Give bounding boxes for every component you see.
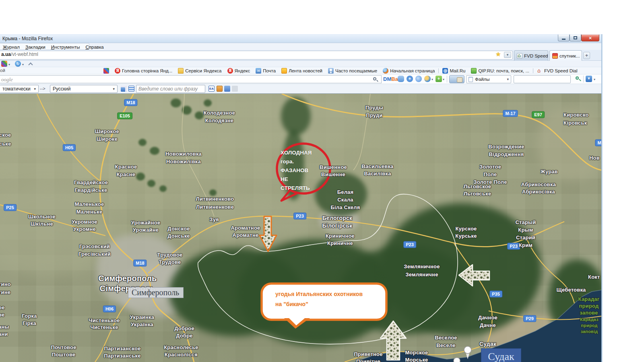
bookmark-item[interactable]: Яндекс — [225, 67, 253, 74]
bookmarks-toolbar: ой Головна сторінка Янд...Сервіси Яндекс… — [0, 67, 603, 74]
map-place-label: Журав — [541, 168, 558, 175]
bookmark-item[interactable]: FVD Speed Dial — [534, 67, 580, 74]
add-icon[interactable] — [407, 76, 413, 82]
map-place-label: АроматноеАроматне — [231, 224, 260, 239]
search-icon — [373, 77, 376, 80]
firefox-icon — [383, 68, 388, 74]
snapshot-button[interactable] — [449, 75, 464, 83]
truncated-bookmark-label: ой — [0, 68, 5, 73]
title-bar[interactable]: Крыма - Mozilla Firefox × — [0, 34, 603, 43]
menu-tools[interactable]: Инструменты — [48, 44, 83, 49]
bookmark-item[interactable]: Лента новостей — [279, 67, 325, 74]
tab-label: FVD Speed ... — [524, 53, 548, 58]
menu-journal[interactable]: Журнал — [0, 44, 23, 49]
map-place-label: БелогорскБілогірськ — [322, 214, 353, 230]
map-place-label: тинотине — [0, 280, 11, 296]
service-icon[interactable] — [415, 76, 422, 82]
map-place-label: КолодезноеКолодязне — [204, 109, 235, 124]
bookmark-item[interactable]: Головна сторінка Янд... — [112, 67, 175, 74]
url-dropdown-button[interactable]: ▼ — [504, 52, 511, 58]
collapse-toolbar-icon[interactable] — [29, 62, 32, 66]
bookmark-item[interactable]: QIP.RU: почта, поиск, ... — [468, 67, 532, 74]
minimize-button[interactable] — [558, 35, 570, 41]
road-badge: Р25 — [4, 204, 17, 211]
files-dropdown[interactable]: Файлы — [466, 75, 511, 83]
map-place-box: Симферополь — [128, 287, 184, 298]
target-language-select[interactable]: Русский — [50, 85, 118, 93]
menu-bookmarks[interactable]: Закладки — [23, 44, 48, 49]
chevron-down-icon[interactable]: ▾ — [22, 63, 24, 66]
map-place-box: Судак — [481, 348, 521, 362]
map-place-label: БелаяСкалаБіла Скеля — [330, 188, 360, 211]
window-border — [601, 34, 603, 362]
separator — [533, 68, 533, 73]
ya-icon — [115, 68, 120, 74]
road-badge: М — [595, 140, 601, 146]
menu-help[interactable]: Справка — [83, 44, 106, 49]
map-place-label: КурскоеКурське — [455, 225, 477, 240]
tab-sputnik-map[interactable]: спутник... × — [549, 50, 582, 61]
map-place-label: Судак — [479, 340, 496, 348]
map-pin-icon — [454, 358, 460, 362]
road-badge: Р23 — [403, 241, 416, 248]
bookmark-label: Яндекс — [235, 68, 250, 73]
chevron-down-icon[interactable]: ▾ — [8, 63, 10, 66]
add-service-icon[interactable] — [436, 76, 442, 82]
navigation-bar: a.ua/vt-webf.html ★ ▼ FVD Speed ... спут… — [0, 50, 603, 61]
chat-icon[interactable] — [398, 76, 404, 82]
road-badge: М18 — [124, 99, 137, 106]
chevron-down-icon[interactable]: ▾ — [431, 78, 433, 81]
translate-toolbar: томатически --> Русский — [0, 84, 603, 94]
globe-icon[interactable] — [424, 76, 431, 82]
google-search-input[interactable]: oogle — [0, 75, 382, 83]
sync-icon[interactable] — [15, 61, 21, 67]
home-tab-icon — [517, 53, 522, 59]
close-button[interactable]: × — [581, 35, 599, 41]
new-tab-button[interactable]: + — [583, 52, 590, 59]
google-search-text: oogle — [1, 76, 13, 83]
separator — [583, 76, 584, 82]
road-badge: Н05 — [63, 144, 76, 151]
language-pair-icon[interactable] — [224, 86, 230, 92]
translate-page-icon[interactable] — [121, 86, 127, 92]
map-place-label: ЗолотоеПолеЗолоте Поле — [473, 163, 507, 186]
toolbar-input[interactable] — [514, 75, 571, 83]
bookmark-item[interactable]: Почта — [253, 67, 279, 74]
bookmark-label: QIP.RU: почта, поиск, ... — [478, 68, 529, 73]
bookmark-label: Mail.Ru — [450, 68, 465, 73]
map-place-label: Карадазприродзаповід — [580, 317, 599, 335]
bookmark-item[interactable]: Сервіси Яндекса — [175, 67, 224, 74]
map-place-label: НовожиловкаНовожилівка — [165, 150, 202, 165]
url-bar[interactable] — [0, 51, 513, 60]
bookmark-item[interactable] — [101, 67, 112, 74]
clipboard-icon[interactable] — [217, 86, 223, 92]
annotation-orange-arrow-down — [260, 216, 277, 251]
chevron-down-icon[interactable]: ▾ — [443, 78, 444, 81]
bookmark-star-icon[interactable]: ★ — [495, 51, 501, 58]
chevron-down-icon[interactable]: ▾ — [594, 78, 595, 81]
download-icon[interactable] — [586, 76, 592, 82]
map[interactable]: М18Е105Н05Р25Р23М-17Е97ММ18Н06Р23Р23Р35Р… — [0, 94, 601, 362]
source-language-select[interactable]: томатически — [0, 85, 39, 93]
bookmark-item[interactable]: Часто посещаемые — [325, 67, 380, 74]
qip-icon — [471, 68, 477, 74]
bookmark-label: Лента новостей — [289, 68, 322, 73]
search-green-icon[interactable] — [576, 76, 579, 80]
search-toolbar: oogle DMBar ▾ ▾ Файлы ▾ — [0, 74, 603, 84]
map-place-label: ГрэсовскийГресівський — [78, 243, 111, 258]
map-place-label: КриничноеКриничне — [326, 232, 355, 247]
tab-fvd-speed-dial[interactable]: FVD Speed ... — [514, 50, 548, 61]
bookmark-item[interactable]: Начальная страница — [380, 67, 438, 74]
addon-grid-icon[interactable] — [1, 61, 7, 67]
separator — [447, 76, 447, 82]
translate-input[interactable] — [136, 85, 205, 93]
translate-lines-icon[interactable] — [128, 86, 134, 92]
maximize-button[interactable] — [570, 35, 581, 41]
map-place-label: Карадагприродзапове — [578, 296, 600, 316]
map-place-label: ПартизанскоеПартизанське — [104, 345, 140, 360]
bookmark-item[interactable]: Mail.Ru — [440, 67, 468, 74]
bookmark-label: Сервіси Яндекса — [185, 68, 221, 73]
road-badge: Е105 — [117, 113, 132, 119]
annotation-white-arrow-left — [459, 265, 489, 286]
dictionary-icon[interactable] — [208, 86, 215, 92]
